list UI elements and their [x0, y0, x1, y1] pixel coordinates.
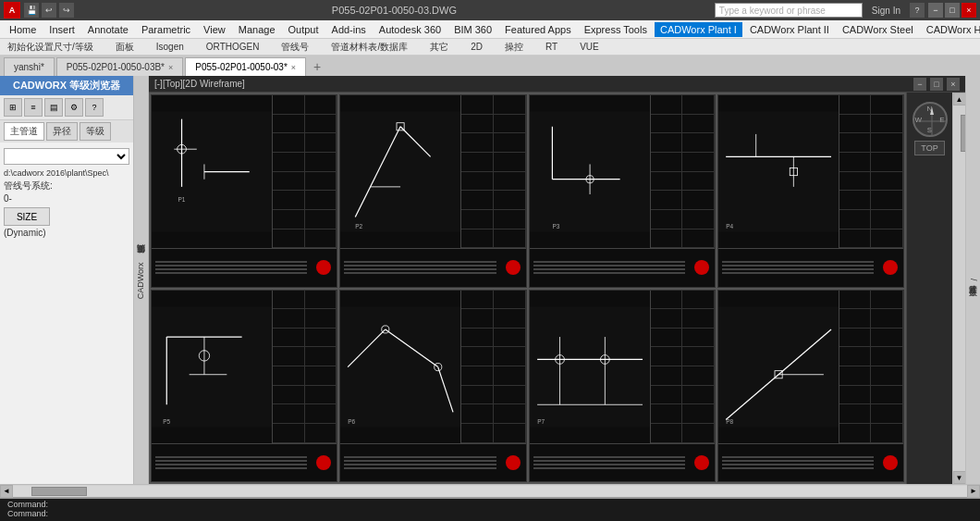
sidebar-toolbar: ⊞ ≡ ▤ ⚙ ? [0, 95, 133, 120]
sidebar-tab-reducer[interactable]: 异径 [46, 122, 78, 141]
status-indicator [316, 260, 331, 275]
menu-item-autodesk-360[interactable]: Autodesk 360 [374, 22, 447, 37]
menu-item-bim-360[interactable]: BIM 360 [448, 22, 497, 37]
menu-item-annotate[interactable]: Annotate [82, 22, 134, 37]
drawing-cell-5[interactable]: P5 [151, 290, 337, 483]
maximize-button[interactable]: □ [945, 3, 960, 18]
dynamic-label: (Dynamic) [4, 228, 129, 238]
drawings-grid: P1 P2 P3 P4 [149, 93, 906, 484]
svg-text:P5: P5 [163, 417, 170, 424]
menu-item-cadworx-plant-i[interactable]: CADWorx Plant I [655, 22, 742, 37]
svg-rect-25 [152, 306, 272, 427]
vertical-scrollbar[interactable]: ▲ ▼ [952, 93, 965, 484]
menu-item-express-tools[interactable]: Express Tools [579, 22, 653, 37]
close-button[interactable]: × [962, 3, 976, 18]
sidebar-tab-grade[interactable]: 等级 [80, 122, 111, 141]
setup-item-2D[interactable]: 2D [467, 41, 486, 53]
drawing-titleblock [340, 443, 525, 481]
redo-icon[interactable]: ↪ [59, 3, 74, 18]
sidebar-tool-1[interactable]: ⊞ [4, 98, 22, 117]
drawing-cell-8[interactable]: P8 [717, 290, 904, 483]
setup-item-RT[interactable]: RT [542, 41, 561, 53]
viewport-restore[interactable]: □ [930, 78, 943, 91]
new-tab-button[interactable]: + [308, 57, 326, 76]
setup-item-管线号[interactable]: 管线号 [277, 40, 312, 55]
svg-text:P1: P1 [178, 196, 185, 203]
hscroll-right-button[interactable]: ► [967, 485, 980, 498]
horizontal-scrollbar[interactable]: ◄ ► [0, 484, 980, 497]
tab-p03[interactable]: P055-02P01-0050-03* × [185, 57, 306, 76]
menu-item-cadworx-plant-ii[interactable]: CADWorx Plant II [744, 22, 835, 37]
menu-item-add-ins[interactable]: Add-ins [326, 22, 372, 37]
setup-item-管道材料表/数据库[interactable]: 管道材料表/数据库 [327, 40, 411, 55]
tab-yanshi[interactable]: yanshi* [4, 57, 55, 76]
minimize-button[interactable]: − [928, 3, 943, 18]
status-indicator [694, 260, 709, 275]
spec-dropdown[interactable] [4, 148, 129, 165]
status-indicator [506, 260, 521, 275]
hscroll-thumb[interactable] [31, 487, 87, 496]
viewport-minimize[interactable]: − [913, 78, 926, 91]
viewport-close[interactable]: × [947, 78, 960, 91]
menu-item-parametric[interactable]: Parametric [136, 22, 196, 37]
setup-separator [415, 46, 423, 48]
help-icon[interactable]: ? [910, 3, 925, 18]
drawing-cell-2[interactable]: P2 [339, 94, 526, 288]
sidebar-tool-4[interactable]: ⚙ [65, 98, 83, 117]
top-badge: TOP [914, 141, 944, 155]
setup-item-面板[interactable]: 面板 [112, 40, 138, 55]
menu-item-cadworx-steel[interactable]: CADWorx Steel [837, 22, 919, 37]
command-line-2: Command: [7, 509, 973, 518]
drawing-cell-7[interactable]: P7 [529, 290, 716, 483]
scroll-thumb[interactable] [961, 115, 966, 152]
undo-icon[interactable]: ↩ [42, 3, 56, 18]
menu-item-manage[interactable]: Manage [233, 22, 281, 37]
viewport-buttons: − □ × [913, 78, 960, 91]
setup-item-VUE[interactable]: VUE [576, 41, 603, 53]
setup-item-其它[interactable]: 其它 [426, 40, 452, 55]
save-icon[interactable]: 💾 [24, 3, 39, 18]
setup-item-Isogen[interactable]: Isogen [153, 41, 188, 53]
tab-close-b[interactable]: × [168, 63, 173, 72]
status-indicator [694, 455, 709, 470]
menu-item-output[interactable]: Output [283, 22, 325, 37]
svg-text:P2: P2 [356, 223, 363, 229]
tab-close[interactable]: × [291, 63, 296, 72]
size-button[interactable]: SIZE [4, 207, 50, 226]
drawing-titleblock [718, 248, 903, 286]
setup-item-ORTHOGEN[interactable]: ORTHOGEN [202, 41, 263, 53]
search-box[interactable]: Type a keyword or phrase [715, 3, 863, 18]
hscroll-left-button[interactable]: ◄ [0, 485, 13, 498]
scroll-down-button[interactable]: ▼ [953, 471, 966, 484]
drawing-cell-3[interactable]: P3 [529, 94, 716, 288]
title-block-table [650, 291, 715, 443]
tab-p03b[interactable]: P055-02P01-0050-03B* × [56, 57, 183, 76]
setup-item-初始化设置尺寸/等级[interactable]: 初始化设置尺寸/等级 [4, 40, 97, 55]
viewport-label: [-][Top][2D Wireframe] [154, 79, 245, 89]
scroll-up-button[interactable]: ▲ [953, 93, 966, 105]
menu-item-home[interactable]: Home [4, 22, 42, 37]
sidebar-tab-main[interactable]: 主管道 [4, 122, 44, 141]
menu-item-view[interactable]: View [198, 22, 231, 37]
setup-separator [606, 46, 614, 48]
sidebar-title: CADWORX 等级浏览器 [0, 76, 133, 95]
svg-rect-19 [718, 112, 839, 232]
menu-item-featured-apps[interactable]: Featured Apps [499, 22, 577, 37]
title-block-table [272, 291, 337, 443]
setup-separator [490, 46, 497, 48]
drawing-cell-4[interactable]: P4 [717, 94, 904, 288]
system-value: 0- [4, 193, 129, 204]
setup-item-操控[interactable]: 操控 [501, 40, 527, 55]
drawing-cell-6[interactable]: P6 [339, 290, 526, 483]
sidebar-tool-2[interactable]: ≡ [24, 98, 43, 117]
tabs-row: yanshi* P055-02P01-0050-03B* × P055-02P0… [0, 56, 980, 76]
drawing-cell-1[interactable]: P1 [151, 94, 337, 288]
sidebar-tool-3[interactable]: ▤ [44, 98, 63, 117]
menu-item-cadworx-hvac[interactable]: CADWorx HVAC [921, 22, 980, 37]
hscroll-track[interactable] [13, 486, 967, 497]
setup-separator [565, 46, 572, 48]
sign-in-button[interactable]: Sign In [866, 6, 906, 16]
sidebar-tool-help[interactable]: ? [85, 98, 104, 117]
menu-item-insert[interactable]: Insert [43, 22, 80, 37]
svg-text:P3: P3 [552, 223, 559, 229]
